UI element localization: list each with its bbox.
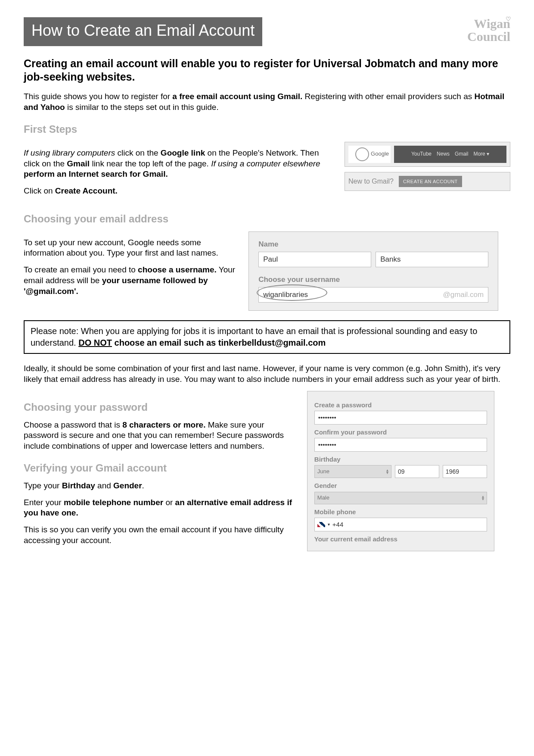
google-label: Google <box>348 146 391 163</box>
birthday-label: Birthday <box>314 455 487 464</box>
please-note-box: Please note: When you are applying for j… <box>24 320 510 354</box>
verify-p1: Type your Birthday and Gender. <box>24 481 296 491</box>
screenshot-google-nav: Google YouTube News Gmail More ▾ <box>345 142 510 167</box>
verify-p3: This is so you can verify you own the em… <box>24 525 296 546</box>
password-p1: Choose a password that is 8 characters o… <box>24 420 296 452</box>
gender-select: Male▴▾ <box>314 492 487 504</box>
gmail-suffix: @gmail.com <box>443 290 484 300</box>
name-label: Name <box>258 240 488 249</box>
gender-label: Gender <box>314 481 487 490</box>
logo-line-2: Council <box>467 30 510 43</box>
intro-paragraph: This guide shows you how to register for… <box>24 91 510 112</box>
choose-email-p2: To create an email you need to choose a … <box>24 265 238 297</box>
after-note-paragraph: Ideally, it should be some combination o… <box>24 363 510 384</box>
first-name-field: Paul <box>258 252 371 267</box>
nav-youtube: YouTube <box>411 151 432 158</box>
birthday-month-select: June▴▾ <box>314 465 391 478</box>
mobile-phone-field: ▾ +44 <box>314 518 487 531</box>
nav-more: More ▾ <box>473 151 489 158</box>
create-password-label: Create a password <box>314 401 487 409</box>
username-field: wiganlibraries <box>263 290 308 300</box>
username-label: Choose your username <box>258 275 488 284</box>
create-password-field: •••••••• <box>314 411 487 425</box>
wigan-council-logo: ♡ Wigan Council <box>467 17 510 43</box>
verify-p2: Enter your mobile telephone number or an… <box>24 497 296 519</box>
confirm-password-label: Confirm your password <box>314 428 487 437</box>
section-verifying-account: Verifying your Gmail account <box>24 461 296 475</box>
first-steps-p2: Click on Create Account. <box>24 186 334 197</box>
confirm-password-field: •••••••• <box>314 438 487 452</box>
mobile-phone-label: Mobile phone <box>314 508 487 516</box>
nav-news: News <box>437 151 450 158</box>
globe-icon <box>355 147 369 161</box>
chevron-updown-icon: ▴▾ <box>386 469 388 474</box>
screenshot-name-form: Name Paul Banks Choose your username wig… <box>248 231 498 311</box>
flag-icon <box>317 522 325 527</box>
heart-icon: ♡ <box>506 16 511 22</box>
intro-heading: Creating an email account will enable yo… <box>24 57 510 84</box>
section-choosing-email: Choosing your email address <box>24 212 510 225</box>
first-steps-p1: If using library computers click on the … <box>24 148 334 180</box>
new-to-gmail-label: New to Gmail? <box>348 177 394 186</box>
birthday-day-field: 09 <box>395 465 439 478</box>
choose-email-p1: To set up your new account, Google needs… <box>24 237 238 259</box>
nav-gmail: Gmail <box>455 151 468 158</box>
screenshot-create-account: New to Gmail? CREATE AN ACCOUNT <box>345 172 510 191</box>
page-title-banner: How to Create an Email Account <box>24 17 262 46</box>
create-account-button: CREATE AN ACCOUNT <box>399 176 462 187</box>
screenshot-password-form: Create a password •••••••• Confirm your … <box>307 391 494 552</box>
section-first-steps: First Steps <box>24 122 510 136</box>
birthday-year-field: 1969 <box>443 465 487 478</box>
chevron-updown-icon: ▴▾ <box>482 495 484 500</box>
last-name-field: Banks <box>376 252 488 267</box>
current-email-label: Your current email address <box>314 535 487 544</box>
section-choosing-password: Choosing your password <box>24 400 296 414</box>
logo-line-1: Wigan <box>467 17 510 30</box>
